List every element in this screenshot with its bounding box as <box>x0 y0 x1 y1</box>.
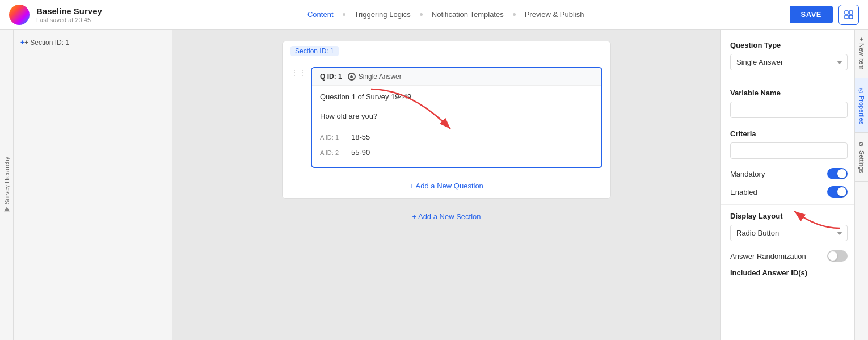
criteria-input[interactable] <box>730 142 848 159</box>
section-id-label: + + Section ID: 1 <box>20 39 165 47</box>
answer-item-1: A ID: 1 18-55 <box>320 129 593 145</box>
mandatory-row: Mandatory <box>730 168 848 179</box>
section-header: Section ID: 1 <box>283 41 610 61</box>
svg-rect-0 <box>845 11 848 14</box>
nav-dot-2 <box>420 13 423 16</box>
content-area: Section ID: 1 ⋮⋮ Q ID: 1 Single Answer Q… <box>172 30 720 340</box>
answer-randomization-label: Answer Randomization <box>730 252 806 261</box>
nav-preview[interactable]: Preview & Publish <box>520 8 589 21</box>
new-item-label: New Item <box>858 43 865 69</box>
mandatory-toggle[interactable] <box>827 168 848 179</box>
svg-rect-1 <box>849 11 853 14</box>
display-layout-title: Display Layout <box>730 212 848 220</box>
nav-content[interactable]: Content <box>303 8 338 21</box>
enabled-label: Enabled <box>730 188 757 196</box>
settings-label: Settings <box>858 150 865 173</box>
svg-marker-4 <box>4 207 10 212</box>
variable-name-section-title: Variable Name <box>730 89 848 97</box>
last-saved: Last saved at 20:45 <box>36 16 102 23</box>
add-section-button[interactable]: + Add a New Section <box>189 204 703 229</box>
mandatory-label: Mandatory <box>730 170 765 178</box>
section-id-badge: Section ID: 1 <box>290 46 339 56</box>
survey-title: Baseline Survey <box>36 6 102 16</box>
criteria-section-title: Criteria <box>730 129 848 138</box>
properties-icon: ◎ <box>858 86 865 94</box>
question-type-badge: Single Answer <box>348 73 402 81</box>
question-type-select[interactable]: Single Answer <box>730 54 848 70</box>
main-layout: Survey Hierarchy + + Section ID: 1 Secti… <box>0 30 868 340</box>
divider <box>721 204 857 205</box>
main-nav: Content Triggering Logics Notification T… <box>102 8 790 21</box>
question-wrapper: ⋮⋮ Q ID: 1 Single Answer Question 1 of S… <box>283 61 610 174</box>
answer-id-2: A ID: 2 <box>320 149 345 156</box>
question-title: Question 1 of Survey 19449 <box>320 93 593 106</box>
section-card: Section ID: 1 ⋮⋮ Q ID: 1 Single Answer Q… <box>282 41 611 199</box>
settings-icon: ⚙ <box>858 141 865 148</box>
right-sidebar-tabs: + New Item ◎ Properties ⚙ Settings <box>854 30 868 340</box>
variable-name-input[interactable] <box>730 102 848 118</box>
enabled-toggle[interactable] <box>827 186 848 198</box>
question-id-badge: Q ID: 1 <box>320 73 342 81</box>
properties-tab[interactable]: ◎ Properties <box>855 78 868 133</box>
properties-label: Properties <box>858 96 865 124</box>
nav-dot-3 <box>513 13 516 16</box>
nav-dot-1 <box>343 13 345 16</box>
header-right: SAVE <box>790 5 859 25</box>
included-answer-ids-title: Included Answer ID(s) <box>730 268 848 277</box>
survey-hierarchy-label: Survey Hierarchy <box>3 157 10 212</box>
survey-hierarchy-sidebar: Survey Hierarchy <box>0 30 14 340</box>
answer-value-2: 55-90 <box>351 148 370 157</box>
question-body: Question 1 of Survey 19449 How old are y… <box>312 86 601 167</box>
nav-notifications[interactable]: Notification Templates <box>427 8 508 21</box>
header: Baseline Survey Last saved at 20:45 Cont… <box>0 0 868 30</box>
question-type-label: Single Answer <box>359 73 402 81</box>
question-type-section-title: Question Type <box>730 41 848 49</box>
settings-tab[interactable]: ⚙ Settings <box>855 133 868 182</box>
answer-randomization-row: Answer Randomization <box>730 250 848 262</box>
svg-rect-3 <box>849 15 853 19</box>
survey-list-icon[interactable] <box>838 5 859 25</box>
nav-triggering[interactable]: Triggering Logics <box>350 8 415 21</box>
question-text: How old are you? <box>320 112 593 120</box>
question-card: Q ID: 1 Single Answer Question 1 of Surv… <box>311 67 602 168</box>
answer-id-1: A ID: 1 <box>320 134 345 141</box>
single-answer-icon <box>348 73 356 81</box>
app-logo <box>9 5 30 25</box>
plus-icon: + <box>858 37 865 41</box>
question-header: Q ID: 1 Single Answer <box>312 68 601 86</box>
display-layout-select[interactable]: Radio Button <box>730 225 848 241</box>
right-sidebar: Question Type Single Answer Variable Nam… <box>720 30 868 340</box>
enabled-row: Enabled <box>730 186 848 198</box>
answer-item-2: A ID: 2 55-90 <box>320 145 593 160</box>
answer-randomization-toggle[interactable] <box>827 250 848 262</box>
svg-rect-2 <box>845 15 848 19</box>
survey-title-block: Baseline Survey Last saved at 20:45 <box>36 6 102 23</box>
save-button[interactable]: SAVE <box>790 6 833 23</box>
drag-handle[interactable]: ⋮⋮ <box>290 67 306 77</box>
answer-value-1: 18-55 <box>351 133 370 141</box>
new-item-tab[interactable]: + New Item <box>855 30 868 78</box>
survey-panel: + + Section ID: 1 <box>14 30 172 340</box>
add-question-button[interactable]: + Add a New Question <box>283 174 610 198</box>
